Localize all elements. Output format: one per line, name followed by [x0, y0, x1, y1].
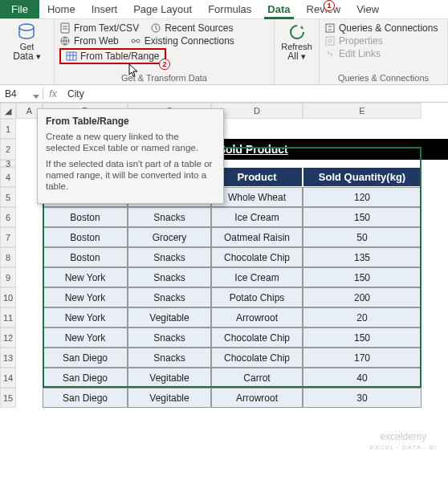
- table-cell[interactable]: Vegitable: [128, 307, 211, 327]
- table-cell[interactable]: San Diego: [43, 368, 128, 388]
- row-header[interactable]: 13: [0, 348, 16, 368]
- row-header[interactable]: 7: [0, 227, 16, 247]
- table-cell[interactable]: Snacks: [128, 327, 211, 348]
- table-cell[interactable]: New York: [43, 287, 128, 307]
- fx-icon[interactable]: fx: [43, 88, 63, 100]
- row-header[interactable]: 10: [0, 287, 16, 307]
- table-cell[interactable]: Potato Chips: [211, 287, 303, 307]
- globe-icon: [59, 35, 71, 47]
- select-all-corner[interactable]: ◢: [0, 103, 16, 119]
- recent-sources-button[interactable]: Recent Sources: [150, 22, 233, 34]
- table-cell[interactable]: Chocolate Chip: [211, 247, 303, 267]
- link-icon: [324, 48, 336, 59]
- table-cell[interactable]: Ice Cream: [211, 207, 303, 227]
- table-cell[interactable]: New York: [43, 267, 128, 287]
- table-cell[interactable]: Snacks: [128, 207, 211, 227]
- tab-page-layout[interactable]: Page Layout: [125, 0, 200, 18]
- table-cell[interactable]: Vegitable: [128, 388, 211, 408]
- table-cell[interactable]: Ice Cream: [211, 267, 303, 287]
- group-label-transform: Get & Transform Data: [59, 73, 269, 84]
- table-cell[interactable]: Boston: [43, 207, 128, 227]
- svg-point-0: [19, 24, 34, 31]
- table-cell[interactable]: Arrowroot: [211, 307, 303, 327]
- ribbon: Get Data ▾ From Text/CSV Recent Sources …: [0, 19, 448, 85]
- row-header[interactable]: 12: [0, 327, 16, 348]
- col-header[interactable]: D: [211, 103, 303, 119]
- table-cell[interactable]: 135: [303, 247, 422, 267]
- table-cell[interactable]: 40: [303, 368, 422, 388]
- ribbon-group-queries: Queries & Connections Properties Edit Li…: [320, 19, 448, 84]
- file-icon: [59, 22, 71, 34]
- row-header[interactable]: 11: [0, 307, 16, 327]
- row-header[interactable]: 5: [0, 187, 16, 207]
- table-row[interactable]: BostonSnacksChocolate Chip135: [43, 247, 448, 267]
- tab-data[interactable]: Data: [259, 0, 298, 18]
- table-row[interactable]: BostonSnacksIce Cream150: [43, 207, 448, 227]
- table-cell[interactable]: Oatmeal Raisin: [211, 227, 303, 247]
- table-cell[interactable]: Boston: [43, 227, 128, 247]
- table-cell[interactable]: 150: [303, 267, 422, 287]
- table-cell[interactable]: 150: [303, 327, 422, 348]
- table-row[interactable]: San DiegoSnacksChocolate Chip170: [43, 348, 448, 368]
- table-cell[interactable]: San Diego: [43, 388, 128, 408]
- svg-rect-7: [326, 24, 334, 32]
- row-header[interactable]: 15: [0, 388, 16, 408]
- tab-view[interactable]: View: [348, 0, 387, 18]
- table-cell[interactable]: New York: [43, 327, 128, 348]
- svg-point-4: [132, 39, 135, 43]
- table-row[interactable]: New YorkSnacksChocolate Chip150: [43, 327, 448, 348]
- table-row[interactable]: New YorkSnacksIce Cream150: [43, 267, 448, 287]
- row-header[interactable]: 1: [0, 119, 16, 139]
- table-cell[interactable]: Snacks: [128, 267, 211, 287]
- table-cell[interactable]: Grocery: [128, 227, 211, 247]
- tab-home[interactable]: Home: [39, 0, 83, 18]
- watermark: exceldemy EXCEL · DATA · BI: [369, 432, 437, 453]
- table-cell[interactable]: Arrowroot: [211, 388, 303, 408]
- from-text-csv-button[interactable]: From Text/CSV: [59, 22, 139, 34]
- tab-file[interactable]: File: [0, 0, 39, 18]
- table-cell[interactable]: 150: [303, 207, 422, 227]
- tab-formulas[interactable]: Formulas: [200, 0, 259, 18]
- row-header[interactable]: 3: [0, 160, 16, 167]
- table-row[interactable]: BostonGroceryOatmeal Raisin50: [43, 227, 448, 247]
- table-row[interactable]: New YorkSnacksPotato Chips200: [43, 287, 448, 307]
- table-cell[interactable]: Vegitable: [128, 368, 211, 388]
- table-cell[interactable]: 20: [303, 307, 422, 327]
- table-row[interactable]: New YorkVegitableArrowroot20: [43, 307, 448, 327]
- table-cell[interactable]: Snacks: [128, 247, 211, 267]
- tab-insert[interactable]: Insert: [83, 0, 126, 18]
- col-header[interactable]: E: [303, 103, 422, 119]
- name-box[interactable]: B4: [0, 88, 43, 100]
- row-header[interactable]: 9: [0, 267, 16, 287]
- table-row[interactable]: San DiegoVegitableArrowroot30: [43, 388, 448, 408]
- table-cell[interactable]: Carrot: [211, 368, 303, 388]
- table-cell[interactable]: 30: [303, 388, 422, 408]
- row-header[interactable]: 14: [0, 368, 16, 388]
- svg-rect-8: [326, 37, 334, 45]
- table-cell[interactable]: 120: [303, 187, 422, 207]
- table-cell[interactable]: Snacks: [128, 287, 211, 307]
- table-cell[interactable]: Snacks: [128, 348, 211, 368]
- table-cell[interactable]: Whole Wheat: [211, 187, 303, 207]
- from-web-button[interactable]: From Web: [59, 35, 119, 47]
- existing-connections-button[interactable]: Existing Connections: [130, 35, 234, 47]
- table-cell[interactable]: Chocolate Chip: [211, 327, 303, 348]
- from-table-range-button[interactable]: From Table/Range: [59, 48, 166, 64]
- table-cell[interactable]: 170: [303, 348, 422, 368]
- row-header[interactable]: 4: [0, 167, 16, 187]
- table-cell[interactable]: New York: [43, 307, 128, 327]
- table-cell[interactable]: 200: [303, 287, 422, 307]
- table-cell[interactable]: San Diego: [43, 348, 128, 368]
- get-data-button[interactable]: Get Data ▾: [13, 21, 40, 61]
- row-header[interactable]: 2: [0, 139, 16, 160]
- tooltip-body: Create a new query linked to the selecte…: [46, 131, 215, 153]
- queries-connections-button[interactable]: Queries & Connections: [324, 22, 442, 34]
- formula-value[interactable]: City: [63, 88, 84, 100]
- table-row[interactable]: San DiegoVegitableCarrot40: [43, 368, 448, 388]
- row-header[interactable]: 8: [0, 247, 16, 267]
- table-cell[interactable]: Chocolate Chip: [211, 348, 303, 368]
- row-header[interactable]: 6: [0, 207, 16, 227]
- refresh-all-button[interactable]: Refresh All ▾: [281, 21, 312, 61]
- table-cell[interactable]: 50: [303, 227, 422, 247]
- table-cell[interactable]: Boston: [43, 247, 128, 267]
